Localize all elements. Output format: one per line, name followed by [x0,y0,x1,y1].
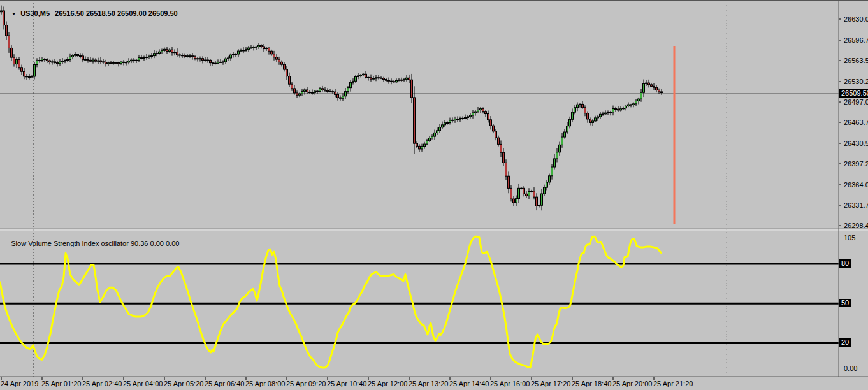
candle-up [75,54,76,55]
candle-down [656,87,658,90]
candle-up [640,92,642,99]
candle-up [623,108,625,109]
time-axis-label: 25 Apr 05:20 [164,380,203,387]
candle-up [600,114,602,117]
candle-down [212,63,214,64]
candle-up [360,75,362,76]
current-price-tag: 26509.50 [839,89,868,98]
candle-up [454,119,456,120]
candle-down [296,93,298,95]
candle-up [256,47,257,47]
price-axis-label: 26497.00 [844,98,868,106]
candle-up [610,112,612,113]
candle-down [13,57,15,64]
candle-down [414,98,416,143]
candle-up [355,76,357,81]
candle-down [90,60,92,61]
candle-down [47,59,48,61]
candle-up [253,47,255,48]
candle-down [370,78,372,79]
candle-down [488,114,489,120]
candle-up [62,61,64,62]
price-axis-label: 26397.25 [844,160,868,168]
candle-up [569,119,571,126]
time-axis-label: 25 Apr 08:00 [245,380,285,387]
candle-down [166,49,168,51]
candle-down [329,91,331,92]
candle-up [646,83,647,83]
candle-up [72,55,74,57]
candle-down [505,162,507,176]
candle-up [131,60,133,61]
candle-down [194,57,196,59]
candle-down [457,119,459,120]
candle-up [174,52,176,53]
candle-up [352,81,354,82]
candle-down [582,104,584,107]
candle-up [625,106,627,108]
time-axis-label: 25 Apr 13:20 [409,380,448,387]
candle-down [630,105,632,105]
candle-up [375,78,377,78]
candle-up [541,194,543,205]
symbol-dropdown-icon[interactable]: ▼ [11,11,17,17]
candle-up [108,63,110,64]
candle-down [324,90,326,90]
candle-down [284,64,286,69]
candle-down [182,55,184,56]
candle-up [29,77,31,78]
candle-up [643,83,645,92]
time-axis-label: 25 Apr 10:40 [327,380,366,387]
candle-up [69,57,71,59]
candle-up [156,54,158,54]
candle-down [411,80,413,98]
candle-down [383,78,385,80]
time-axis-label: 25 Apr 12:00 [368,380,407,387]
candle-down [380,78,382,78]
mt4-chart-window: ▼US30,M526516.50 26518.50 26509.00 26509… [0,0,868,390]
time-axis-label: 25 Apr 09:20 [286,380,326,387]
candle-up [462,118,464,119]
candle-down [340,98,342,98]
candle-up [602,114,604,115]
price-axis-label: 26630.00 [844,15,868,23]
candle-up [572,112,574,119]
candle-up [539,205,540,206]
candle-up [199,59,201,59]
candle-up [551,167,553,176]
candle-down [490,120,492,126]
candle-up [159,52,161,53]
candle-up [424,144,426,147]
candle-up [439,127,441,131]
candle-down [57,63,59,64]
candle-down [77,54,79,55]
candle-up [363,74,365,75]
candle-up [154,54,156,56]
candle-down [615,109,617,110]
candle-up [266,48,268,48]
candle-down [243,50,245,51]
candle-down [202,59,204,61]
candle-up [34,64,36,76]
time-axis-label: 25 Apr 17:20 [531,380,570,387]
candle-down [6,25,8,36]
candle-down [278,59,280,62]
candle-down [21,68,23,71]
candle-down [268,48,270,51]
time-axis-label: 25 Apr 06:40 [205,380,244,387]
candle-up [164,49,166,50]
candle-up [161,50,163,52]
chart-plot-area[interactable] [0,0,868,390]
candle-down [177,52,178,55]
candle-up [635,101,637,103]
time-axis-label: 25 Apr 18:40 [572,380,611,387]
candle-down [309,92,311,92]
candle-up [561,137,563,145]
candle-up [189,56,191,57]
candle-down [286,69,288,76]
time-axis-label: 25 Apr 21:20 [653,380,693,387]
candle-up [518,188,520,198]
indicator-header: Slow Volume Strength Index oscillator 90… [3,232,179,255]
candle-down [503,152,505,162]
time-axis-label: 25 Apr 01:20 [41,380,81,387]
